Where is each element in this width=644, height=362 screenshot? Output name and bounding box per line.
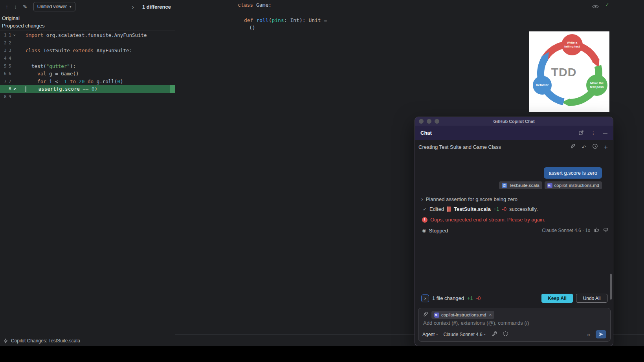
editor-line[interactable]: class Game: bbox=[238, 1, 272, 9]
paperclip-icon[interactable] bbox=[422, 311, 428, 319]
scala-file-icon bbox=[447, 207, 451, 212]
chevron-down-icon: ▾ bbox=[436, 333, 438, 336]
attachment-chips: @ TestSuite.scala M↓ copilot-instruction… bbox=[499, 181, 602, 189]
old-line-number: 5 bbox=[4, 64, 9, 69]
diff-row[interactable]: 55 test("gutter"): bbox=[0, 62, 175, 70]
tools-icon[interactable] bbox=[491, 331, 497, 338]
diff-row[interactable]: 44 bbox=[0, 55, 175, 62]
code-token: "gutter" bbox=[46, 63, 70, 69]
zoom-window-button[interactable] bbox=[435, 119, 439, 124]
attach-context-icon[interactable] bbox=[570, 143, 576, 151]
code-line: val g = Game() bbox=[26, 71, 79, 77]
minimize-window-button[interactable] bbox=[427, 119, 431, 124]
code-line: for i <- 1 to 20 do g.roll(0) bbox=[26, 79, 123, 84]
code-token: : Int): Unit = bbox=[284, 17, 327, 23]
next-difference-button[interactable]: ↓ bbox=[14, 4, 17, 9]
agent-mode-dropdown[interactable]: Agent ▾ bbox=[422, 332, 438, 337]
chat-composer[interactable]: M↓ copilot-instructions.md × Agent ▾ Cla… bbox=[418, 308, 611, 342]
remove-attachment-icon[interactable]: × bbox=[489, 312, 492, 318]
thumbs-up-icon[interactable] bbox=[594, 227, 599, 234]
hide-tool-window-icon[interactable] bbox=[603, 133, 607, 134]
text-caret bbox=[26, 86, 26, 92]
files-added-count: +1 bbox=[467, 295, 473, 301]
code-token: for bbox=[37, 79, 46, 84]
added-count: +1 bbox=[494, 206, 499, 212]
send-button[interactable] bbox=[596, 330, 606, 338]
files-changed-summary: 1 file changed bbox=[432, 295, 464, 301]
new-line-number: 6 bbox=[9, 71, 13, 76]
composer-attachments: M↓ copilot-instructions.md × bbox=[422, 311, 494, 319]
gutter-slot: ↶ bbox=[13, 86, 26, 92]
code-token: 0 bbox=[117, 79, 120, 84]
fold-chevron-icon[interactable]: › bbox=[12, 34, 18, 37]
expand-changes-button[interactable]: › bbox=[421, 294, 429, 302]
attachment-name: TestSuite.scala bbox=[509, 183, 539, 188]
copilot-changes-icon bbox=[3, 338, 8, 344]
code-token: ): bbox=[70, 63, 76, 69]
code-token: roll bbox=[256, 17, 268, 23]
edited-file-row: ✓ Edited TestSuite.scala +1 -0 successfu… bbox=[423, 206, 538, 212]
more-options-icon[interactable]: ⋮ bbox=[591, 130, 596, 135]
diff-row[interactable]: 11›import org.scalatest.funsuite.AnyFunS… bbox=[0, 31, 175, 39]
inspection-ok-icon[interactable]: ✓ bbox=[605, 1, 609, 7]
old-line-number: 7 bbox=[4, 79, 9, 84]
close-window-button[interactable] bbox=[419, 119, 424, 124]
stopped-icon: ◉ bbox=[422, 228, 426, 233]
inspection-eye-icon[interactable] bbox=[592, 3, 599, 11]
old-line-number: 4 bbox=[4, 56, 9, 61]
code-token: class bbox=[26, 48, 40, 53]
attachment-chip-testsuite[interactable]: @ TestSuite.scala bbox=[499, 181, 542, 189]
undo-all-button[interactable]: Undo All bbox=[576, 294, 607, 303]
copilot-chat-window: GitHub Copilot Chat Chat ⋮ Creating Test… bbox=[415, 117, 613, 346]
code-token: 0 bbox=[92, 86, 95, 92]
diff-row[interactable]: 22 bbox=[0, 39, 175, 47]
open-in-editor-icon[interactable] bbox=[578, 130, 584, 135]
keep-all-button[interactable]: Keep All bbox=[541, 294, 573, 303]
code-token: class bbox=[238, 2, 253, 8]
editor-line[interactable]: () bbox=[249, 24, 255, 31]
edited-file-name[interactable]: TestSuite.scala bbox=[454, 206, 491, 212]
expand-chevron-icon[interactable]: › bbox=[421, 196, 423, 202]
history-icon[interactable] bbox=[592, 143, 598, 151]
diff-row[interactable]: 33class TestSuite extends AnyFunSuite: bbox=[0, 47, 175, 55]
undo-icon[interactable]: ↶ bbox=[582, 144, 586, 150]
code-token bbox=[26, 79, 37, 84]
tab-chat[interactable]: Chat bbox=[420, 130, 432, 136]
revert-change-icon[interactable]: ↶ bbox=[13, 86, 17, 92]
code-line: assert(g.score == 0) bbox=[26, 86, 97, 92]
chat-titlebar[interactable]: GitHub Copilot Chat bbox=[415, 117, 613, 126]
chat-scrollbar[interactable] bbox=[610, 274, 612, 300]
error-message: Oops, unexpected end of stream. Please t… bbox=[430, 217, 545, 223]
diff-row[interactable]: 8↶ assert(g.score == 0) bbox=[0, 85, 175, 93]
code-token: pins bbox=[272, 17, 284, 23]
edited-suffix: successfully. bbox=[509, 206, 538, 212]
tdd-step-refactor: Refactor bbox=[533, 76, 552, 95]
diff-row[interactable]: 66 val g = Game() bbox=[0, 70, 175, 78]
chat-input[interactable] bbox=[423, 320, 596, 326]
diff-row[interactable]: 77 for i <- 1 to 20 do g.roll(0) bbox=[0, 78, 175, 86]
insert-code-icon[interactable]: » bbox=[587, 331, 590, 338]
viewer-mode-label: Unified viewer bbox=[37, 4, 67, 9]
edit-icon[interactable]: ✎ bbox=[23, 4, 28, 9]
composer-attachment-chip[interactable]: M↓ copilot-instructions.md × bbox=[431, 311, 494, 319]
model-usage-label: Claude Sonnet 4.6 · 1x bbox=[542, 228, 590, 233]
chevron-down-icon: ▾ bbox=[70, 5, 72, 9]
previous-difference-button[interactable]: ↑ bbox=[6, 4, 8, 9]
markdown-file-icon: M↓ bbox=[547, 183, 552, 188]
viewer-mode-dropdown[interactable]: Unified viewer ▾ bbox=[33, 2, 75, 11]
new-line-number: 3 bbox=[9, 48, 13, 53]
thumbs-down-icon[interactable] bbox=[603, 227, 608, 234]
code-token bbox=[76, 79, 79, 84]
code-line: class TestSuite extends AnyFunSuite: bbox=[26, 48, 132, 53]
diff-legend: Original Proposed changes bbox=[0, 13, 175, 31]
plan-step-row[interactable]: › Planned assertion for g.score being ze… bbox=[421, 196, 517, 202]
context-usage-icon[interactable] bbox=[503, 331, 508, 338]
chevron-right-icon[interactable]: › bbox=[132, 4, 134, 10]
new-chat-icon[interactable]: + bbox=[604, 144, 608, 150]
editor-line[interactable]: def roll(pins: Int): Unit = bbox=[244, 16, 327, 24]
diff-row[interactable]: 89 bbox=[0, 93, 175, 101]
attachment-chip-instructions[interactable]: M↓ copilot-instructions.md bbox=[545, 181, 602, 189]
legend-original: Original bbox=[2, 15, 175, 22]
model-dropdown[interactable]: Claude Sonnet 4.6 ▾ bbox=[443, 332, 485, 337]
status-bar-label[interactable]: Copilot Changes: TestSuite.scala bbox=[11, 338, 80, 344]
